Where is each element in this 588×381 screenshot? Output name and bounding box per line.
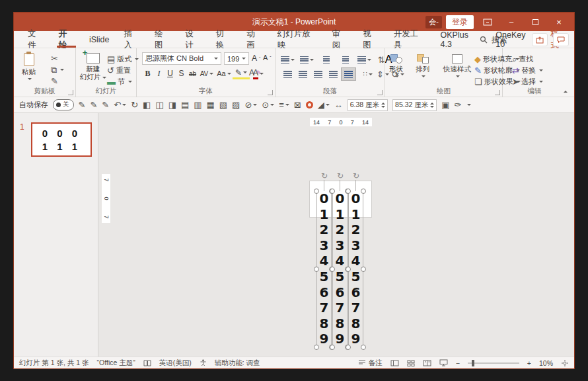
- font-dialog-launcher[interactable]: [268, 90, 273, 95]
- paragraph-dialog-launcher[interactable]: [377, 90, 383, 95]
- width-spin-arrows[interactable]: [381, 103, 385, 108]
- resize-handle[interactable]: [361, 189, 366, 194]
- drawing-dialog-launcher[interactable]: [495, 90, 500, 95]
- theme-name[interactable]: “Office 主题”: [97, 359, 135, 368]
- resize-handle[interactable]: [346, 267, 351, 272]
- shapes-button[interactable]: 形状: [389, 54, 403, 77]
- rotate-handle[interactable]: ↻: [351, 171, 361, 181]
- tab-draw[interactable]: 绘图: [147, 31, 178, 48]
- zoom-in-button[interactable]: +: [527, 359, 531, 367]
- qat-customize-button[interactable]: [467, 104, 471, 106]
- distribute-text-button[interactable]: [342, 68, 355, 80]
- clipboard-dialog-launcher[interactable]: [68, 90, 73, 95]
- search-box[interactable]: 搜索: [480, 31, 507, 48]
- align-objects-middle-button[interactable]: ▥: [194, 101, 202, 109]
- slide-info[interactable]: 幻灯片 第 1 张, 共 1 张: [19, 359, 89, 368]
- slide-1-thumbnail[interactable]: 0 0 0 1 1 1: [31, 122, 92, 157]
- comments-button[interactable]: [553, 33, 569, 46]
- select-button[interactable]: ➤选择: [512, 77, 543, 87]
- change-case-button[interactable]: Aa: [215, 67, 233, 79]
- rotate-handle[interactable]: ↻: [320, 171, 329, 181]
- numbering-button[interactable]: [300, 54, 314, 65]
- slideshow-view-button[interactable]: [439, 359, 448, 366]
- merge-shapes-button[interactable]: ⊙: [262, 101, 274, 109]
- section-button[interactable]: ▬节: [107, 77, 132, 87]
- zoom-level[interactable]: 10%: [539, 359, 553, 367]
- align-left-button[interactable]: [281, 68, 295, 80]
- font-color-button[interactable]: A: [250, 67, 267, 79]
- tab-file[interactable]: 文件: [20, 31, 51, 48]
- tab-view[interactable]: 视图: [355, 31, 386, 48]
- paste-button[interactable]: 粘贴: [22, 53, 36, 80]
- minimize-button[interactable]: −: [501, 14, 521, 30]
- ribbon-display-options-button[interactable]: [478, 14, 497, 30]
- justify-button[interactable]: [326, 68, 340, 80]
- zoom-slider[interactable]: [468, 362, 519, 364]
- digit-textbox-3[interactable]: 0 1 2 3 4 5 6 7 8 9: [348, 191, 363, 347]
- tab-review[interactable]: 审阅: [325, 31, 355, 48]
- height-spinner[interactable]: 85.32 厘米: [392, 99, 437, 111]
- align-objects-top-button[interactable]: ▤: [181, 101, 189, 109]
- align-center-button[interactable]: [296, 68, 310, 80]
- tab-insert[interactable]: 插入: [116, 31, 147, 48]
- close-button[interactable]: ×: [549, 14, 569, 30]
- layout-button[interactable]: ▤版式: [107, 54, 139, 64]
- resize-handle[interactable]: [314, 345, 319, 350]
- resize-handle[interactable]: [330, 267, 335, 272]
- reading-view-button[interactable]: [423, 360, 431, 366]
- no-fill-button[interactable]: ⊘: [244, 101, 257, 109]
- font-family-combo[interactable]: 思源黑体 CN Bold: [142, 52, 221, 65]
- resize-handle[interactable]: [361, 267, 366, 272]
- find-button[interactable]: ⌕查找: [512, 54, 533, 64]
- tab-transitions[interactable]: 切换: [209, 31, 239, 48]
- align-objects-center-button[interactable]: ◫: [155, 101, 163, 109]
- outline-weight-button[interactable]: ◢: [318, 101, 330, 109]
- slide-thumbnail-panel[interactable]: 1 0 0 0 1 1 1: [14, 113, 98, 357]
- copy-button[interactable]: ⧉: [51, 65, 64, 74]
- format-painter-button[interactable]: ✎: [51, 77, 58, 85]
- pen-icon-2[interactable]: ✎: [90, 101, 97, 109]
- reset-button[interactable]: ↺重置: [107, 65, 131, 75]
- decrease-indent-button[interactable]: [319, 54, 333, 65]
- resize-handle[interactable]: [314, 267, 319, 272]
- accessibility-status[interactable]: 辅助功能: 调查: [215, 359, 260, 368]
- pen-icon-1[interactable]: ✎: [79, 101, 86, 109]
- new-slide-button[interactable]: 新建 幻灯片: [80, 53, 106, 82]
- resize-handle[interactable]: [330, 189, 335, 194]
- underline-button[interactable]: U: [165, 67, 176, 79]
- normal-view-button[interactable]: [390, 360, 399, 366]
- member-badge[interactable]: 会-: [425, 16, 442, 28]
- ink-button[interactable]: ✑: [455, 101, 462, 109]
- rotate-handle[interactable]: ↻: [336, 171, 345, 181]
- tab-design[interactable]: 设计: [178, 31, 208, 48]
- slide-sorter-view-button[interactable]: [407, 360, 415, 366]
- shrink-font-button[interactable]: Aˇ: [263, 54, 272, 62]
- autosave-toggle[interactable]: 关: [53, 99, 74, 110]
- resize-handle[interactable]: [361, 345, 366, 350]
- zoom-slider-thumb[interactable]: [472, 360, 474, 366]
- dimensions-button[interactable]: ↔: [334, 101, 343, 109]
- login-button[interactable]: 登录: [446, 15, 474, 29]
- strikethrough-button[interactable]: ab: [187, 67, 198, 79]
- resize-handle[interactable]: [346, 345, 351, 350]
- italic-button[interactable]: I: [153, 67, 165, 79]
- grow-font-button[interactable]: Aˆ: [252, 54, 260, 63]
- bold-button[interactable]: B: [142, 67, 153, 79]
- crop-button[interactable]: ⊠: [294, 101, 301, 109]
- resize-handle[interactable]: [346, 189, 351, 194]
- quick-styles-button[interactable]: 快速样式: [443, 54, 471, 77]
- cut-button[interactable]: ✂: [51, 54, 58, 63]
- zoom-out-button[interactable]: −: [456, 359, 460, 367]
- align-objects-bottom-button[interactable]: ▦: [207, 101, 215, 109]
- height-spin-arrows[interactable]: [430, 103, 434, 108]
- office-logo[interactable]: [306, 101, 313, 108]
- fit-to-window-button[interactable]: [561, 359, 569, 367]
- arrange-button[interactable]: 排列: [416, 54, 429, 77]
- resize-handle[interactable]: [314, 189, 319, 194]
- width-spinner[interactable]: 6.38 厘米: [348, 99, 388, 111]
- pen-icon-3[interactable]: ✎: [102, 101, 109, 109]
- tab-islide[interactable]: iSlide: [82, 31, 117, 48]
- distribute-horizontal-button[interactable]: ▧: [219, 101, 227, 109]
- notes-button[interactable]: 备注: [358, 359, 383, 368]
- tab-animations[interactable]: 动画: [239, 31, 270, 48]
